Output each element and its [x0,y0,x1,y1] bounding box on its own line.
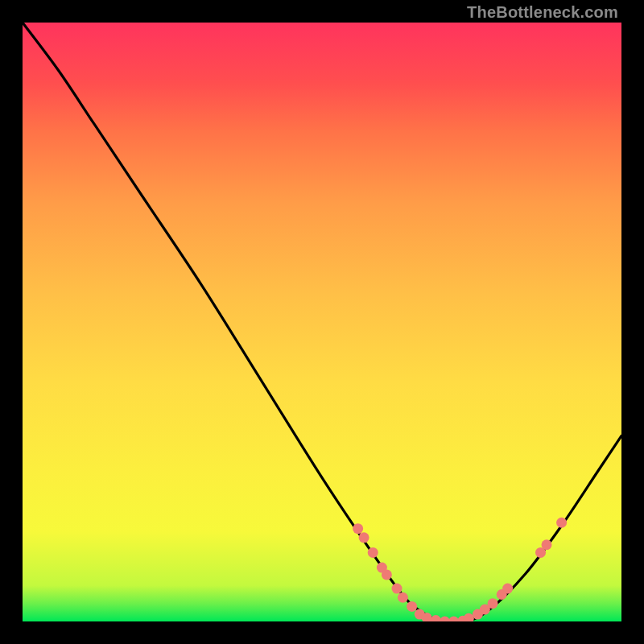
data-marker [440,617,450,622]
data-marker [353,523,363,534]
watermark-label: TheBottleneck.com [467,3,618,22]
bottleneck-curve [23,23,621,621]
data-marker [488,598,498,609]
data-marker [448,617,459,622]
data-markers [353,518,567,621]
data-marker [359,532,369,543]
data-marker [407,601,417,612]
chart-svg [23,23,621,621]
data-marker [398,592,408,603]
data-marker [502,584,513,594]
data-marker [368,547,378,558]
data-marker [556,518,567,528]
data-marker [542,539,552,550]
data-marker [382,569,392,580]
data-marker [464,613,474,621]
data-marker [431,615,441,621]
data-marker [392,584,402,594]
chart-frame [23,23,621,621]
